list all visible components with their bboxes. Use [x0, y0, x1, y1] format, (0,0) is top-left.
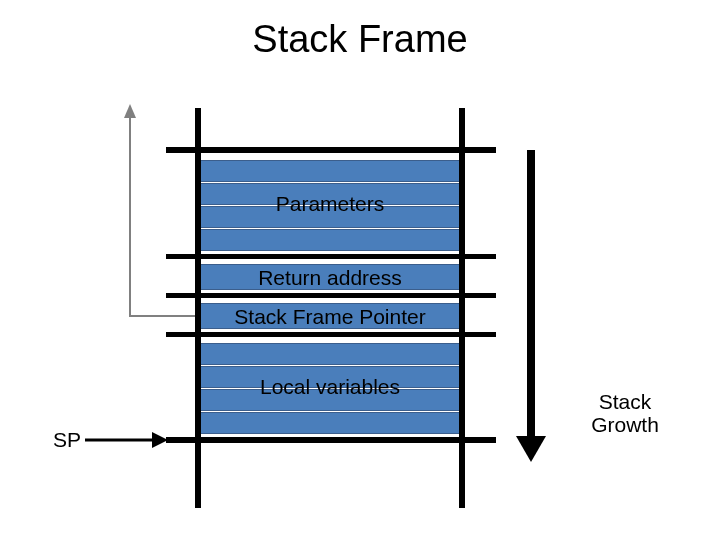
slot [201, 303, 459, 329]
divider [166, 254, 496, 259]
slot [201, 183, 459, 205]
svg-marker-0 [124, 104, 136, 118]
divider-bottom [166, 437, 496, 443]
divider-top [166, 147, 496, 153]
slot [201, 343, 459, 365]
slot [201, 206, 459, 228]
slot [201, 229, 459, 251]
slot [201, 389, 459, 411]
stack-growth-label: Stack Growth [580, 390, 670, 436]
sp-label: SP [53, 428, 81, 452]
slot [201, 412, 459, 434]
divider [166, 293, 496, 298]
page-title: Stack Frame [0, 18, 720, 61]
svg-marker-4 [516, 436, 546, 462]
slot [201, 160, 459, 182]
slot [201, 366, 459, 388]
divider [166, 332, 496, 337]
slot [201, 264, 459, 290]
